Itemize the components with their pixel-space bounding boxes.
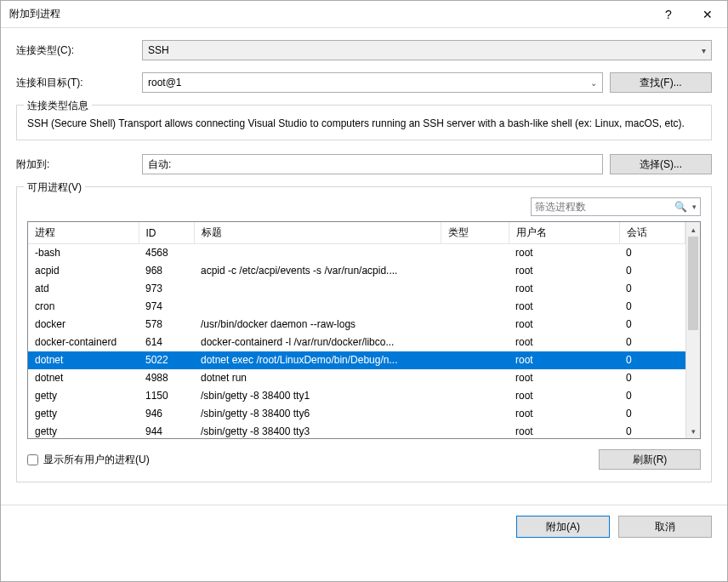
cell-title: docker-containerd -l /var/run/docker/lib… — [194, 334, 441, 351]
cell-id: 1150 — [139, 387, 194, 405]
attach-to-label: 附加到: — [16, 157, 135, 172]
connection-type-value: SSH — [148, 44, 169, 56]
cell-type — [441, 351, 509, 369]
cell-type — [441, 405, 509, 423]
cell-title — [194, 244, 441, 262]
cell-proc: cron — [28, 298, 139, 316]
cell-user: root — [509, 423, 619, 439]
process-table: 进程 ID 标题 类型 用户名 会话 -bash4568root0acpid96… — [28, 222, 685, 438]
show-all-users-label: 显示所有用户的进程(U) — [43, 453, 150, 467]
table-header-row: 进程 ID 标题 类型 用户名 会话 — [28, 222, 685, 244]
cell-id: 973 — [139, 280, 194, 298]
col-id[interactable]: ID — [139, 222, 194, 244]
connection-type-select[interactable]: SSH ▾ — [142, 40, 712, 60]
scroll-down-icon[interactable]: ▾ — [686, 424, 700, 438]
cell-session: 0 — [619, 351, 685, 369]
close-button[interactable]: ✕ — [688, 1, 727, 28]
table-row[interactable]: acpid968acpid -c /etc/acpi/events -s /va… — [28, 262, 685, 280]
titlebar: 附加到进程 ? ✕ — [1, 1, 727, 28]
chevron-down-icon: ▾ — [702, 46, 706, 55]
attach-to-value: 自动: — [148, 157, 171, 172]
cell-type — [441, 280, 509, 298]
table-row[interactable]: getty944/sbin/getty -8 38400 tty3root0 — [28, 423, 685, 439]
cell-user: root — [509, 387, 619, 405]
table-row[interactable]: docker-containerd614docker-containerd -l… — [28, 334, 685, 351]
cell-title — [194, 280, 441, 298]
cell-proc: -bash — [28, 244, 139, 262]
table-row[interactable]: docker578/usr/bin/docker daemon --raw-lo… — [28, 316, 685, 334]
table-row[interactable]: getty946/sbin/getty -8 38400 tty6root0 — [28, 405, 685, 423]
cell-session: 0 — [619, 387, 685, 405]
col-title[interactable]: 标题 — [194, 222, 441, 244]
select-button[interactable]: 选择(S)... — [610, 154, 712, 174]
cell-user: root — [509, 316, 619, 334]
cell-type — [441, 423, 509, 439]
cell-type — [441, 298, 509, 316]
connection-target-value: root@1 — [148, 77, 182, 88]
cell-type — [441, 262, 509, 280]
scroll-track[interactable] — [686, 237, 700, 424]
cell-session: 0 — [619, 405, 685, 423]
cell-user: root — [509, 244, 619, 262]
cell-id: 968 — [139, 262, 194, 280]
cell-title: acpid -c /etc/acpi/events -s /var/run/ac… — [194, 262, 441, 280]
dialog-footer: 附加(A) 取消 — [1, 505, 727, 548]
refresh-button[interactable]: 刷新(R) — [599, 449, 701, 470]
cell-id: 4988 — [139, 369, 194, 387]
col-process[interactable]: 进程 — [28, 222, 139, 244]
cell-type — [441, 369, 509, 387]
scroll-up-icon[interactable]: ▴ — [686, 222, 700, 237]
cell-proc: docker — [28, 316, 139, 334]
cell-user: root — [509, 298, 619, 316]
find-button[interactable]: 查找(F)... — [610, 72, 712, 93]
table-row[interactable]: dotnet5022dotnet exec /root/LinuxDemo/bi… — [28, 351, 685, 369]
available-processes-title: 可用进程(V) — [24, 180, 85, 195]
cell-proc: dotnet — [28, 351, 139, 369]
table-row[interactable]: cron974root0 — [28, 298, 685, 316]
filter-input[interactable] — [535, 201, 669, 213]
show-all-users-checkbox-wrap[interactable]: 显示所有用户的进程(U) — [27, 453, 150, 467]
process-table-wrap: 进程 ID 标题 类型 用户名 会话 -bash4568root0acpid96… — [27, 221, 701, 439]
filter-input-wrap[interactable]: 🔍 ▾ — [531, 197, 701, 216]
cell-session: 0 — [619, 262, 685, 280]
table-row[interactable]: dotnet4988dotnet runroot0 — [28, 369, 685, 387]
cell-session: 0 — [619, 280, 685, 298]
cell-title — [194, 298, 441, 316]
col-session[interactable]: 会话 — [619, 222, 685, 244]
cell-proc: getty — [28, 423, 139, 439]
cell-type — [441, 334, 509, 351]
connection-info-title: 连接类型信息 — [24, 99, 92, 113]
cell-session: 0 — [619, 316, 685, 334]
cell-proc: dotnet — [28, 369, 139, 387]
vertical-scrollbar[interactable]: ▴ ▾ — [685, 222, 700, 438]
cell-user: root — [509, 334, 619, 351]
cell-user: root — [509, 405, 619, 423]
cell-session: 0 — [619, 334, 685, 351]
show-all-users-checkbox[interactable] — [27, 454, 38, 465]
cell-title: dotnet run — [194, 369, 441, 387]
window-title: 附加到进程 — [9, 7, 649, 21]
connection-info-text: SSH (Secure Shell) Transport allows conn… — [27, 116, 701, 131]
cell-id: 4568 — [139, 244, 194, 262]
scroll-thumb[interactable] — [688, 237, 698, 330]
cancel-button[interactable]: 取消 — [618, 516, 712, 538]
connection-info-group: 连接类型信息 SSH (Secure Shell) Transport allo… — [16, 105, 712, 140]
dialog-content: 连接类型(C): SSH ▾ 连接和目标(T): root@1 ⌄ 查找(F).… — [1, 28, 727, 505]
attach-button[interactable]: 附加(A) — [516, 516, 610, 538]
table-row[interactable]: -bash4568root0 — [28, 244, 685, 262]
col-user[interactable]: 用户名 — [509, 222, 619, 244]
search-icon: 🔍 — [674, 201, 687, 213]
cell-proc: getty — [28, 405, 139, 423]
cell-user: root — [509, 280, 619, 298]
cell-proc: acpid — [28, 262, 139, 280]
chevron-down-icon: ⌄ — [590, 78, 597, 88]
cell-user: root — [509, 262, 619, 280]
col-type[interactable]: 类型 — [441, 222, 509, 244]
table-row[interactable]: getty1150/sbin/getty -8 38400 tty1root0 — [28, 387, 685, 405]
help-button[interactable]: ? — [649, 1, 688, 28]
cell-session: 0 — [619, 369, 685, 387]
cell-id: 614 — [139, 334, 194, 351]
chevron-down-icon[interactable]: ▾ — [692, 203, 697, 211]
connection-target-input[interactable]: root@1 ⌄ — [142, 72, 603, 93]
table-row[interactable]: atd973root0 — [28, 280, 685, 298]
